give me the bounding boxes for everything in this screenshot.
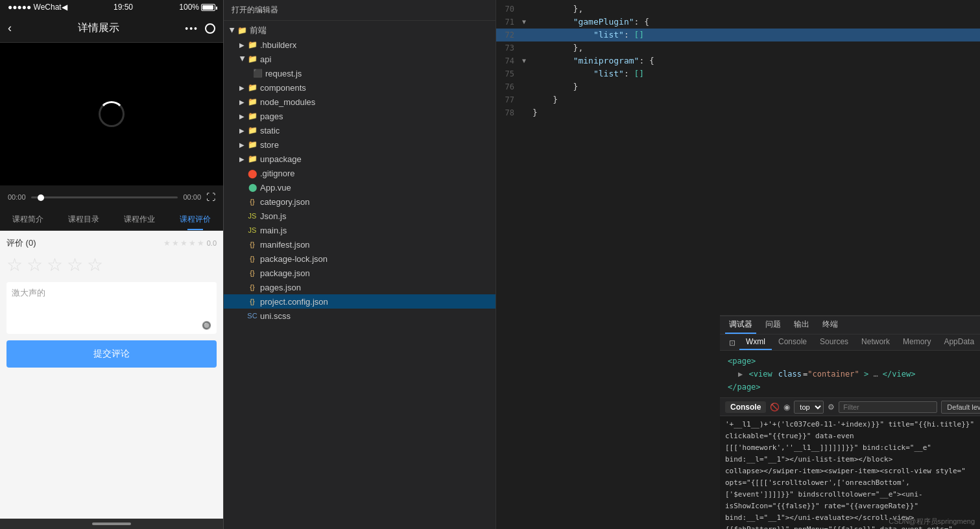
console-line: [[['homework',''__l1__]]]]]]}}" bind:cli… [725,442,975,465]
file-manifest-json[interactable]: {} manifest.json [224,237,496,252]
code-line-71: 71 ▼ "gamePlugin": { [496,16,980,29]
json-file-icon: {} [247,283,257,291]
video-area [0,43,223,185]
chevron-icon: ▶ [239,141,246,148]
code-line-75: 75 "list": [] [496,67,980,80]
file-unpackage[interactable]: ▶ 📁 unpackage [224,152,496,166]
chevron-icon: ▶ [239,56,246,62]
devtools-tab-wxml[interactable]: Wxml [739,335,772,350]
phone-simulator: ●●●●● WeChat◀ 19:50 100% ‹ 详情展示 ••• 00:0… [0,0,224,529]
devtools-tab-appdata[interactable]: AppData [937,335,980,350]
rating-input-stars[interactable]: ☆ ☆ ☆ ☆ ☆ [6,254,217,276]
star-2[interactable]: ☆ [27,254,43,276]
file-static[interactable]: ▶ 📁 static [224,123,496,137]
file-json-js[interactable]: JS Json.js [224,209,496,223]
console-filter-input[interactable] [839,401,937,413]
folder-icon: 📁 [247,126,257,135]
status-time: 19:50 [114,3,133,12]
console-context-select[interactable]: top [794,401,824,414]
git-file-icon: ⬤ [247,169,257,178]
json-file-icon: {} [247,269,257,277]
star-4[interactable]: ☆ [67,254,83,276]
devtools-tab-sources[interactable]: Sources [813,335,855,350]
video-progress-bar[interactable] [31,196,178,198]
expand-arrow[interactable]: ▶ [738,370,743,379]
json-file-icon: {} [247,198,257,206]
console-eye-button[interactable]: ◉ [783,401,790,413]
file-gitignore[interactable]: ⬤ .gitignore [224,166,496,180]
file-main-js[interactable]: JS main.js [224,223,496,237]
css-file-icon: SC [247,312,257,320]
file-pages[interactable]: ▶ 📁 pages [224,109,496,123]
vue-file-icon: ⬤ [247,183,257,192]
devtools-tab-output[interactable]: 输出 [790,316,813,334]
file-category-json[interactable]: {} category.json [224,194,496,209]
devtools-tab-network[interactable]: Network [855,335,896,350]
file-package-lock-json[interactable]: {} package-lock.json [224,252,496,266]
tab-review[interactable]: 课程评价 [167,209,223,230]
js-file-icon: JS [247,212,257,220]
console-levels-select[interactable]: Default levels ▼ [941,401,980,414]
record-button[interactable] [205,23,215,34]
star-5[interactable]: ☆ [87,254,103,276]
chevron-icon: ▶ [239,156,246,163]
file-hbuilderx[interactable]: ▶ 📁 .hbuilderx [224,38,496,52]
fullscreen-button[interactable]: ⛶ [206,192,215,202]
loading-spinner [99,101,125,127]
file-store[interactable]: ▶ 📁 store [224,137,496,152]
fold-arrow-74[interactable]: ▼ [522,54,531,67]
console-settings-button[interactable]: ⚙ [828,401,835,413]
textarea-hint: 激大声的 [12,288,45,298]
char-counter: 🔘 [202,321,211,330]
console-line: '+__l1__)+'+('lc037ce0-11-'+index)}}" ti… [725,419,975,442]
devtools-tab-debugger[interactable]: 调试器 [725,316,756,334]
file-explorer-header: 打开的编辑器 [224,0,496,21]
devtools-tab-issues[interactable]: 问题 [761,316,785,334]
devtools-icon-btn[interactable]: ⊡ [725,336,739,350]
star-1[interactable]: ☆ [6,254,23,276]
chevron-icon: ▶ [239,41,246,49]
console-output: '+__l1__)+'+('lc037ce0-11-'+index)}}" ti… [720,416,980,529]
file-request-js[interactable]: ⬛ request.js [224,66,496,80]
folder-icon: 📁 [247,112,257,121]
submit-review-button[interactable]: 提交评论 [6,340,217,368]
file-pages-json[interactable]: {} pages.json [224,280,496,294]
fold-arrow-71[interactable]: ▼ [522,16,531,29]
file-project-config-json[interactable]: {} project.config.json [224,294,496,309]
js-file-icon: ⬛ [252,69,263,78]
console-line: collapse></swiper-item><swiper-item><scr… [725,465,975,477]
file-api[interactable]: ▶ 📁 api [224,52,496,66]
home-indicator [92,523,131,525]
video-time-start: 00:00 [8,193,26,201]
chevron-icon: ▶ [229,27,236,34]
file-app-vue[interactable]: ⬤ App.vue [224,180,496,194]
video-controls: 00:00 00:00 ⛶ [0,185,223,209]
file-uni-scss[interactable]: SC uni.scss [224,309,496,323]
clear-console-button[interactable]: 🚫 [770,401,780,413]
file-node-modules[interactable]: ▶ 📁 node_modules [224,95,496,109]
js-file-icon: JS [247,226,257,234]
devtools-tab-console[interactable]: Console [772,335,813,350]
back-button[interactable]: ‹ [8,21,12,35]
course-content: 评价 (0) ★ ★ ★ ★ ★ 0.0 ☆ ☆ ☆ ☆ ☆ 激大声的 🔘 提交… [0,231,223,519]
code-line-77: 77 } [496,93,980,106]
file-root[interactable]: ▶ 📁 前端 [224,23,496,38]
folder-icon: 📁 [247,154,257,163]
video-time-end: 00:00 [183,193,201,201]
more-options-button[interactable]: ••• [185,23,198,34]
devtools-tab-terminal[interactable]: 终端 [819,316,842,334]
devtools-tab-memory[interactable]: Memory [896,335,937,350]
tab-homework[interactable]: 课程作业 [112,209,167,230]
review-textarea[interactable]: 激大声的 🔘 [6,282,217,334]
course-tabs: 课程简介 课程目录 课程作业 课程评价 [0,209,223,231]
rating-stars-display: ★ ★ ★ ★ ★ 0.0 [163,239,217,248]
tab-catalog[interactable]: 课程目录 [56,209,112,230]
tab-intro[interactable]: 课程简介 [0,209,56,230]
folder-icon: 📁 [247,40,257,49]
star-3[interactable]: ☆ [47,254,63,276]
console-label: Console [725,401,766,413]
file-package-json[interactable]: {} package.json [224,266,496,280]
file-components[interactable]: ▶ 📁 components [224,80,496,95]
code-line-76: 76 } [496,80,980,93]
carrier-time: ●●●●● WeChat◀ [8,3,67,12]
